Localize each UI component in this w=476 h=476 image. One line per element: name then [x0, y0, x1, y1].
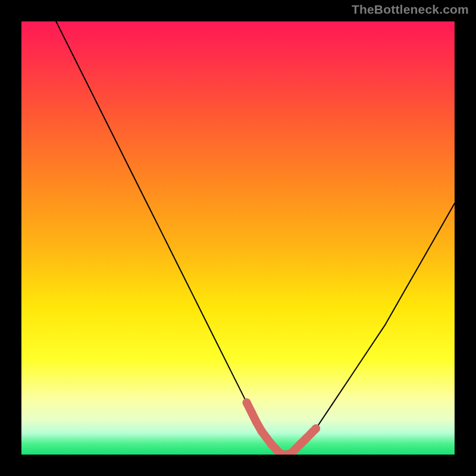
watermark-text: TheBottleneck.com [352, 2, 469, 17]
chart-frame: TheBottleneck.com [0, 0, 476, 476]
optimal-zone-marker [21, 21, 455, 455]
svg-point-0 [243, 399, 251, 407]
svg-point-14 [312, 424, 320, 433]
svg-point-3 [258, 427, 266, 436]
svg-point-2 [252, 418, 261, 427]
plot-area [21, 21, 455, 455]
svg-point-1 [248, 408, 256, 416]
svg-point-4 [262, 434, 271, 442]
